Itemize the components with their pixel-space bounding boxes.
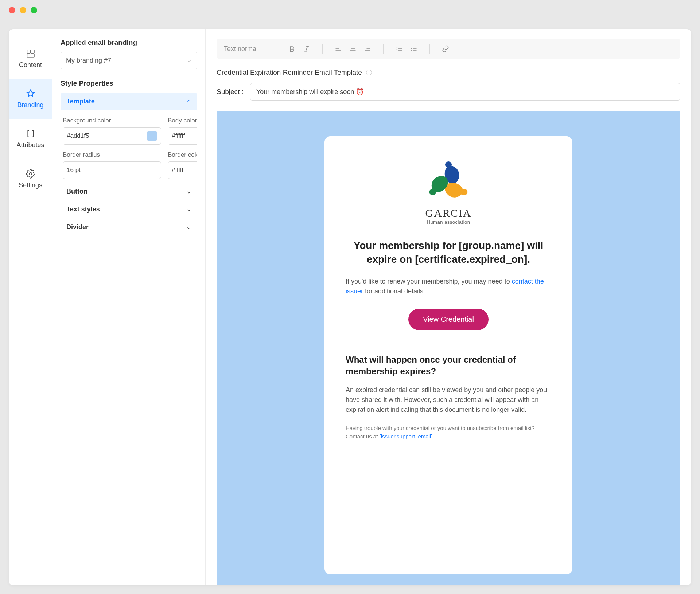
toolbar-separator	[276, 44, 276, 54]
text-style-dropdown[interactable]: Text normal	[224, 45, 267, 53]
window-controls	[9, 7, 37, 13]
email-footer[interactable]: Having trouble with your credential or y…	[346, 424, 551, 441]
border-radius-input-wrap[interactable]	[63, 161, 161, 179]
text-toolbar: Text normal 123	[217, 39, 680, 59]
svg-line-4	[306, 46, 308, 51]
email-canvas: GARCIA Human association Your membership…	[217, 111, 680, 585]
paint-icon	[26, 89, 35, 98]
view-credential-button[interactable]: View Credential	[408, 309, 489, 330]
chevron-down-icon	[186, 207, 191, 212]
rail-item-settings[interactable]: Settings	[9, 159, 52, 199]
svg-text:3: 3	[397, 50, 398, 52]
branding-select[interactable]: My branding #7	[61, 52, 197, 69]
svg-rect-2	[27, 54, 34, 57]
align-center-button[interactable]	[347, 43, 359, 55]
border-color-input-wrap[interactable]	[168, 161, 197, 179]
link-button[interactable]	[439, 43, 452, 55]
applied-branding-heading: Applied email branding	[61, 39, 197, 47]
close-window-button[interactable]	[9, 7, 15, 13]
section-label: Button	[66, 188, 88, 195]
bg-color-swatch[interactable]	[147, 131, 157, 141]
subject-input[interactable]	[250, 83, 680, 101]
align-left-button[interactable]	[332, 43, 345, 55]
svg-point-25	[411, 47, 412, 47]
minimize-window-button[interactable]	[20, 7, 26, 13]
chevron-down-icon	[186, 225, 191, 230]
rail-label: Attributes	[16, 141, 44, 149]
chevron-down-icon	[187, 58, 192, 63]
intro-text-before: If you'd like to renew your membership, …	[346, 278, 512, 285]
bg-color-input[interactable]	[67, 132, 144, 140]
section-text-styles[interactable]: Text styles	[61, 200, 197, 218]
rail-item-branding[interactable]: Branding	[9, 79, 52, 119]
border-radius-label: Border radius	[63, 151, 161, 159]
style-accordion: Template Background color Body col	[61, 93, 197, 236]
border-color-input[interactable]	[172, 167, 197, 174]
chevron-down-icon	[186, 189, 191, 194]
left-rail: Content Branding Attributes Settings	[9, 29, 52, 585]
editor-pane: Text normal 123 Credential Expiration Re…	[206, 29, 691, 585]
section-button[interactable]: Button	[61, 183, 197, 200]
ordered-list-button[interactable]: 123	[393, 43, 405, 55]
support-email-link[interactable]: [issuer.support_email]	[380, 433, 433, 439]
svg-point-27	[411, 50, 412, 51]
footer-text-before: Having trouble with your credential or y…	[346, 425, 535, 439]
svg-rect-0	[27, 50, 30, 53]
toolbar-separator	[383, 44, 384, 54]
email-body-text[interactable]: An expired credential can still be viewe…	[346, 385, 551, 415]
bg-color-input-wrap[interactable]	[63, 127, 161, 145]
logo-subtitle: Human association	[427, 219, 470, 225]
unordered-list-button[interactable]	[408, 43, 420, 55]
bg-color-label: Background color	[63, 117, 161, 124]
toolbar-separator	[322, 44, 323, 54]
section-label: Divider	[66, 223, 89, 231]
email-background[interactable]: GARCIA Human association Your membership…	[217, 111, 680, 585]
email-divider	[346, 343, 551, 343]
body-color-input[interactable]	[172, 132, 197, 140]
maximize-window-button[interactable]	[31, 7, 37, 13]
border-color-label: Border color	[168, 151, 197, 159]
section-label: Text styles	[66, 206, 100, 213]
body-color-label: Body color	[168, 117, 197, 124]
template-title-row: Credential Expiration Reminder Email Tem…	[217, 69, 680, 77]
rail-label: Content	[19, 61, 42, 69]
footer-text-after: .	[432, 433, 434, 439]
gear-icon	[26, 169, 35, 179]
svg-rect-1	[31, 50, 34, 53]
chevron-up-icon	[186, 99, 191, 104]
email-headline[interactable]: Your membership for [group.name] will ex…	[346, 239, 551, 266]
section-template[interactable]: Template	[61, 93, 197, 110]
bold-button[interactable]	[286, 43, 298, 55]
subject-label: Subject :	[217, 88, 244, 96]
info-icon[interactable]	[366, 69, 372, 76]
svg-point-26	[411, 48, 412, 49]
logo-block: GARCIA Human association	[346, 158, 551, 225]
rail-label: Settings	[19, 181, 42, 189]
intro-text-after: for additional details.	[363, 288, 425, 295]
rail-item-attributes[interactable]: Attributes	[9, 119, 52, 159]
rail-item-content[interactable]: Content	[9, 39, 52, 79]
section-divider[interactable]: Divider	[61, 218, 197, 236]
svg-point-31	[445, 161, 452, 168]
border-radius-input[interactable]	[67, 167, 157, 174]
svg-point-30	[369, 71, 369, 71]
style-properties-heading: Style Properties	[61, 79, 197, 87]
app-window: Content Branding Attributes Settings	[0, 0, 700, 594]
brackets-icon	[26, 129, 35, 138]
italic-button[interactable]	[300, 43, 313, 55]
template-fields: Background color Body color	[61, 110, 197, 183]
template-title: Credential Expiration Reminder Email Tem…	[217, 69, 362, 77]
section-label: Template	[66, 98, 95, 105]
svg-point-3	[29, 172, 32, 175]
properties-panel: Applied email branding My branding #7 St…	[52, 29, 206, 585]
email-body[interactable]: GARCIA Human association Your membership…	[324, 136, 572, 574]
logo-name: GARCIA	[425, 207, 471, 219]
email-intro[interactable]: If you'd like to renew your membership, …	[346, 277, 551, 296]
logo-icon	[423, 158, 474, 206]
body-color-input-wrap[interactable]	[168, 127, 197, 145]
rail-label: Branding	[17, 101, 43, 109]
email-sub-heading[interactable]: What will happen once your credential of…	[346, 354, 551, 378]
toolbar-separator	[429, 44, 430, 54]
layout-icon	[26, 49, 35, 58]
align-right-button[interactable]	[361, 43, 374, 55]
